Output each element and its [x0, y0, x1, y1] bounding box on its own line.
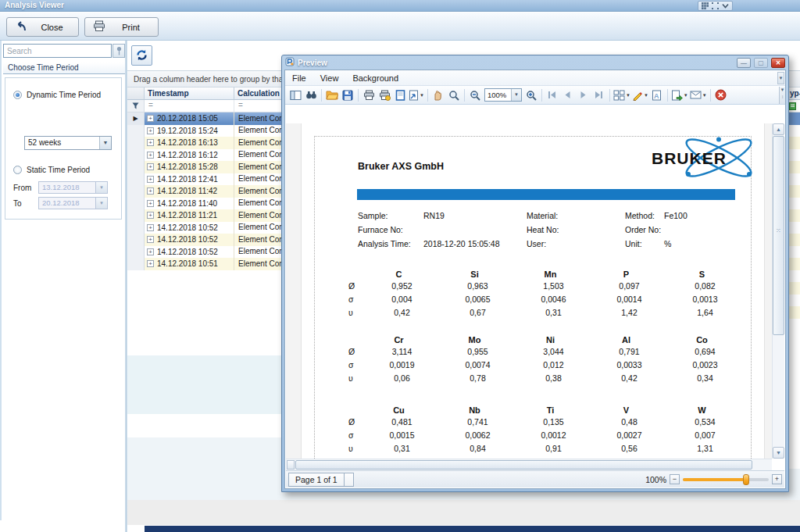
col-header-timestamp[interactable]: Timestamp [145, 87, 234, 99]
sliver-row [789, 161, 800, 173]
menu-overflow-icon[interactable]: ▼ [777, 72, 784, 84]
hand-tool-icon[interactable] [430, 87, 446, 103]
expand-plus-icon[interactable]: + [147, 115, 154, 122]
from-date-field[interactable]: 13.12.2018 [38, 181, 96, 194]
first-page-icon[interactable] [545, 87, 560, 103]
expand-plus-icon[interactable]: + [147, 236, 154, 243]
zoom-combo-arrow-icon[interactable]: ▼ [511, 89, 521, 101]
time-period-group-title[interactable]: Choose Time Period [3, 62, 125, 74]
next-page-icon[interactable] [576, 87, 591, 103]
zoom-slider-thumb[interactable] [743, 474, 749, 485]
export-icon[interactable]: ▼ [670, 87, 689, 103]
zoom-level-combo[interactable]: 100% ▼ [484, 88, 522, 102]
titlebar-controls [698, 1, 733, 11]
expand-layout-icon[interactable] [711, 2, 720, 10]
radio-selected-icon[interactable] [13, 91, 22, 99]
expand-plus-icon[interactable]: + [147, 224, 154, 231]
zoom-minus-button[interactable]: − [670, 474, 680, 484]
preview-vertical-scrollbar[interactable]: ▲ ▼ [772, 123, 784, 459]
expand-plus-icon[interactable]: + [147, 127, 154, 134]
scroll-up-icon[interactable]: ▲ [773, 123, 784, 135]
sliver-row [789, 319, 800, 331]
hscroll-left-box[interactable] [287, 460, 295, 470]
multi-page-icon[interactable]: ▼ [612, 87, 631, 103]
page-setup-icon[interactable] [392, 87, 408, 103]
from-calendar-icon[interactable]: ▼ [96, 181, 108, 194]
stat-value: 0,06 [364, 373, 440, 383]
print-settings-icon[interactable] [377, 87, 392, 103]
dropdown-arrow-icon[interactable]: ▼ [644, 93, 648, 98]
stat-value: 0,955 [440, 347, 516, 356]
grid-layout-icon[interactable] [701, 2, 709, 10]
preview-horizontal-scrollbar[interactable] [286, 459, 772, 470]
last-page-icon[interactable] [591, 87, 607, 103]
expand-plus-icon[interactable]: + [147, 200, 154, 207]
report-company: Bruker AXS GmbH [358, 161, 444, 172]
row-indicator [127, 161, 145, 173]
print-icon[interactable] [361, 87, 377, 103]
close-button[interactable]: Close [6, 17, 79, 37]
dropdown-arrow-icon[interactable]: ▼ [702, 93, 707, 98]
report-canvas[interactable]: Bruker AXS GmbH OES Analysis Report BRUK… [286, 123, 772, 459]
page-color-icon[interactable]: ▼ [631, 87, 649, 103]
timestamp-cell: 14.12.2018 11:40 [157, 199, 217, 208]
find-icon[interactable] [303, 87, 319, 103]
expand-plus-icon[interactable]: + [147, 187, 154, 195]
search-input[interactable] [4, 45, 111, 57]
pin-icon[interactable] [112, 44, 125, 58]
select-arrow-icon[interactable]: ▼ [99, 137, 111, 149]
to-calendar-icon[interactable]: ▼ [96, 197, 108, 209]
filter-timestamp[interactable]: = [145, 100, 234, 112]
magnifier-icon[interactable] [446, 87, 462, 103]
refresh-button[interactable] [131, 45, 152, 66]
shrink-to-page-icon[interactable]: ▼ [408, 87, 425, 103]
zoom-slider[interactable] [683, 478, 769, 481]
filter-funnel-icon[interactable] [127, 100, 145, 112]
scroll-down-icon[interactable]: ▼ [773, 447, 784, 459]
dropdown-arrow-icon[interactable]: ▼ [420, 93, 424, 98]
preview-titlebar[interactable]: Preview — ▢ ✕ [282, 55, 788, 70]
email-icon[interactable]: ▼ [689, 87, 708, 103]
vertical-scroll-thumb[interactable] [773, 136, 784, 335]
expand-plus-icon[interactable]: + [147, 176, 154, 183]
sliver-row [789, 246, 800, 259]
toolbar-overflow-icon[interactable]: ▼⁞ [779, 87, 785, 104]
element-symbol: Nb [437, 405, 512, 415]
stat-value: 0,84 [440, 444, 516, 453]
expand-plus-icon[interactable]: + [147, 139, 154, 146]
chevron-down-icon[interactable] [721, 2, 730, 10]
period-select[interactable]: 52 weeks ▼ [24, 136, 112, 150]
menu-file[interactable]: File [285, 71, 313, 85]
expand-plus-icon[interactable]: + [147, 163, 154, 170]
stat-row-label: σ [348, 295, 364, 304]
to-date-field[interactable]: 20.12.2018 [38, 197, 96, 209]
element-symbols-row: CSiMnPS [361, 270, 764, 279]
zoom-out-icon[interactable] [467, 87, 483, 103]
save-icon[interactable] [340, 87, 355, 103]
expand-plus-icon[interactable]: + [147, 260, 154, 267]
menu-view[interactable]: View [313, 71, 346, 85]
print-button[interactable]: Print [84, 17, 159, 37]
static-period-option[interactable]: Static Time Period [13, 166, 90, 174]
close-window-button[interactable]: ✕ [771, 58, 785, 68]
horizontal-scroll-thumb[interactable] [295, 460, 752, 470]
expand-plus-icon[interactable]: + [147, 212, 154, 219]
minimize-button[interactable]: — [737, 58, 751, 68]
document-map-icon[interactable] [288, 87, 303, 103]
expand-plus-icon[interactable]: + [147, 152, 154, 159]
dropdown-arrow-icon[interactable]: ▼ [626, 93, 630, 98]
watermark-icon[interactable]: A [649, 87, 665, 103]
dynamic-period-option[interactable]: Dynamic Time Period [13, 91, 101, 99]
radio-unselected-icon[interactable] [13, 166, 22, 174]
prev-page-icon[interactable] [560, 87, 576, 103]
row-indicator [127, 149, 145, 162]
menu-background[interactable]: Background [345, 71, 405, 85]
close-preview-icon[interactable] [713, 87, 729, 103]
dropdown-arrow-icon[interactable]: ▼ [684, 93, 688, 98]
open-icon[interactable] [324, 87, 340, 103]
expand-plus-icon[interactable]: + [147, 248, 154, 255]
zoom-in-icon[interactable] [523, 87, 539, 103]
stat-row-label: σ [348, 360, 364, 370]
maximize-button[interactable]: ▢ [754, 58, 768, 68]
zoom-plus-button[interactable]: + [772, 474, 782, 484]
